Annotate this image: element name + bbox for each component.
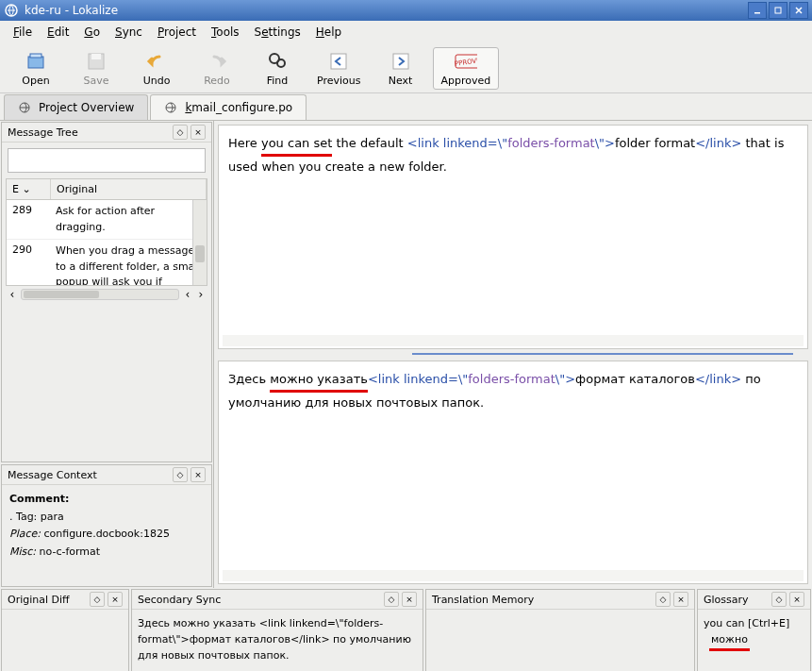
dock-detach-icon[interactable]: ◇ [90,592,105,607]
undo-icon [145,50,168,73]
message-context-dock: Message Context ◇ × Comment: . Tag: para… [1,464,212,587]
titlebar: kde-ru - Lokalize [0,0,812,21]
dock-close-icon[interactable]: × [108,592,123,607]
dock-close-icon[interactable]: × [673,592,688,607]
open-button[interactable]: Open [8,48,64,89]
table-header: E ⌄ Original [7,179,207,200]
dock-body: you can [Ctrl+E] можно set [Ctrl+H] указ… [698,610,810,671]
dock-body: Здесь можно указать <link linkend=\"fold… [132,610,423,669]
next-icon [389,50,412,73]
find-icon [266,50,289,73]
bottom-docks: Original Diff ◇ × Secondary Sync ◇ × Зде… [0,588,812,671]
target-text[interactable]: Здесь можно указать <link linkend=\"fold… [218,361,808,585]
chevron-right-icon[interactable]: › [194,288,207,301]
workarea: Message Tree ◇ × E ⌄ Original 289 Ask fo… [0,120,812,588]
menu-sync[interactable]: Sync [108,23,150,42]
glossary-dock: Glossary ◇ × you can [Ctrl+E] можно set … [697,589,811,671]
svg-rect-1 [754,12,760,14]
message-tree-dock: Message Tree ◇ × E ⌄ Original 289 Ask fo… [1,122,212,462]
save-button[interactable]: Save [68,48,124,89]
menu-edit[interactable]: Edit [40,23,76,42]
globe-icon [18,101,31,114]
dock-header[interactable]: Secondary Sync ◇ × [132,590,423,610]
chevron-left-icon[interactable]: ‹ [181,288,194,301]
scrollbar-horizontal[interactable]: ‹ ‹ › [6,288,207,301]
dock-header[interactable]: Translation Memory ◇ × [426,590,694,610]
table-row[interactable]: 290 When you drag a message to a differe… [7,240,207,286]
translation-memory-dock: Translation Memory ◇ × [425,589,695,671]
dock-detach-icon[interactable]: ◇ [655,592,671,607]
svg-rect-4 [30,54,41,58]
dock-header[interactable]: Message Context ◇ × [2,465,211,485]
dock-header[interactable]: Original Diff ◇ × [2,590,128,610]
separator [412,353,793,355]
left-column: Message Tree ◇ × E ⌄ Original 289 Ask fo… [0,121,214,588]
menu-settings[interactable]: Settings [247,23,308,42]
dock-close-icon[interactable]: × [191,125,206,140]
original-diff-dock: Original Diff ◇ × [1,589,129,671]
dock-detach-icon[interactable]: ◇ [173,125,188,140]
dock-body [2,610,128,621]
previous-button[interactable]: Previous [309,48,369,89]
toolbar: Open Save Undo Redo Find Previous Next A… [0,43,812,93]
tab-file[interactable]: kmail_configure.po [150,94,307,120]
dock-close-icon[interactable]: × [402,592,417,607]
col-entry[interactable]: E ⌄ [7,179,51,199]
approved-icon: APPROVED [455,50,477,73]
menu-go[interactable]: Go [76,23,108,42]
menu-file[interactable]: File [6,23,40,42]
tab-label: Project Overview [39,101,134,114]
maximize-button[interactable] [769,2,787,19]
col-original[interactable]: Original [51,179,207,199]
dock-close-icon[interactable]: × [789,592,804,607]
secondary-sync-dock: Secondary Sync ◇ × Здесь можно указать <… [131,589,423,671]
svg-rect-6 [91,54,101,59]
tab-bar: Project Overview kmail_configure.po [0,93,812,120]
save-icon [85,50,108,73]
undo-button[interactable]: Undo [128,48,185,89]
close-button[interactable] [789,2,808,19]
app-icon [4,3,19,18]
open-icon [25,50,47,73]
chevron-down-icon: ⌄ [22,183,30,195]
svg-rect-9 [331,54,346,69]
svg-rect-10 [393,54,408,69]
menu-tools[interactable]: Tools [204,23,247,42]
globe-icon [164,101,177,114]
dock-detach-icon[interactable]: ◇ [771,592,787,607]
dock-header[interactable]: Glossary ◇ × [698,590,810,610]
right-column: Here you can set the default <link linke… [214,121,812,588]
menu-project[interactable]: Project [150,23,204,42]
svg-rect-3 [28,57,43,68]
scrollbar-horizontal[interactable] [223,335,804,346]
dock-header[interactable]: Message Tree ◇ × [2,123,211,143]
redo-button[interactable]: Redo [189,48,245,89]
next-button[interactable]: Next [373,48,429,89]
message-table[interactable]: E ⌄ Original 289 Ask for action after dr… [6,178,207,286]
svg-point-8 [277,59,285,67]
svg-rect-2 [775,8,781,13]
source-text: Here you can set the default <link linke… [218,125,808,349]
redo-icon [206,50,228,73]
menu-help[interactable]: Help [308,23,349,42]
dock-body [426,610,694,621]
dock-detach-icon[interactable]: ◇ [173,467,188,482]
table-row[interactable]: 289 Ask for action after dragging. [7,200,207,240]
tab-project-overview[interactable]: Project Overview [4,94,148,120]
scrollbar-vertical[interactable] [192,200,207,285]
context-body: Comment: . Tag: para Place: configure.do… [2,485,211,567]
menubar: File Edit Go Sync Project Tools Settings… [0,21,812,43]
dock-detach-icon[interactable]: ◇ [384,592,399,607]
glossary-entry[interactable]: you can [Ctrl+E] можно [704,615,804,651]
svg-text:APPROVED: APPROVED [455,56,477,68]
minimize-button[interactable] [748,2,767,19]
search-input[interactable] [8,148,206,173]
window-title: kde-ru - Lokalize [25,4,746,17]
scrollbar-horizontal[interactable] [223,570,804,581]
approved-toggle[interactable]: APPROVEDApproved [433,47,500,90]
tab-label: kmail_configure.po [185,101,292,114]
find-button[interactable]: Find [249,48,306,89]
previous-icon [327,50,350,73]
dock-close-icon[interactable]: × [191,467,206,482]
chevron-left-icon[interactable]: ‹ [6,288,19,301]
